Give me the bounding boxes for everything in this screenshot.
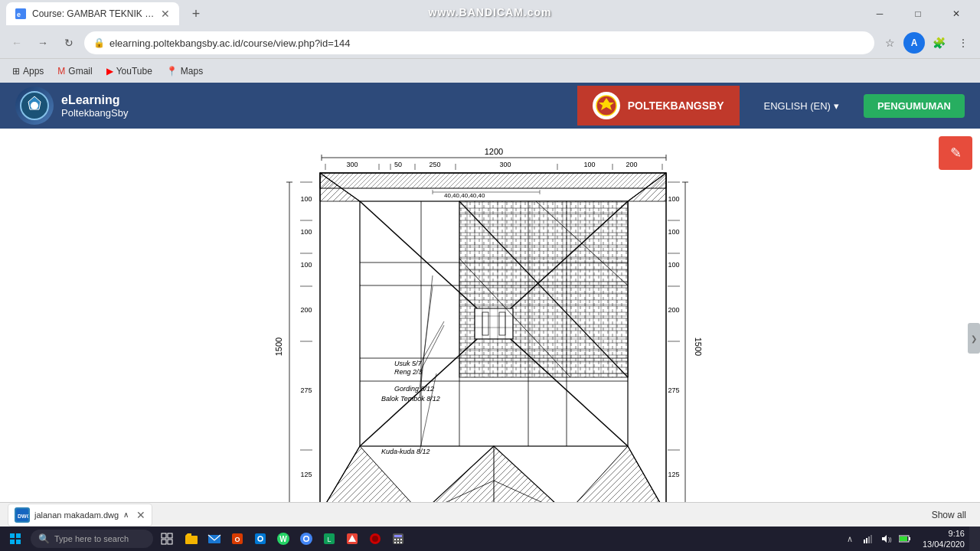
tab-close-button[interactable]: ✕ <box>161 8 170 20</box>
browser-tab[interactable]: e Course: GAMBAR TEKNIK COMP... ✕ <box>6 2 179 25</box>
svg-rect-200 <box>909 537 910 540</box>
battery-icon <box>899 534 911 543</box>
svg-text:Gording 8/12: Gording 8/12 <box>394 385 434 393</box>
svg-text:1500: 1500 <box>274 337 283 356</box>
edit-button[interactable]: ✎ <box>939 136 972 170</box>
extensions-button[interactable]: 🧩 <box>928 32 949 54</box>
svg-text:1200: 1200 <box>485 147 503 156</box>
window-controls: ─ □ ✕ <box>862 0 974 28</box>
app7-icon: L <box>322 532 336 546</box>
network-icon[interactable] <box>860 530 877 547</box>
language-label: ENGLISH (EN) <box>764 100 831 112</box>
download-close-button[interactable]: ✕ <box>136 509 145 521</box>
svg-text:100: 100 <box>300 261 312 269</box>
office-button[interactable]: O <box>227 528 248 549</box>
dimension-left: 1500 <box>274 182 292 502</box>
svg-text:100: 100 <box>668 195 679 203</box>
app9-button[interactable] <box>364 528 386 549</box>
svg-rect-159 <box>16 533 21 538</box>
dimension-left-sub: 100 100 100 200 275 125 <box>300 182 312 502</box>
poltekbadge-logo <box>593 92 620 119</box>
svg-text:L: L <box>327 536 331 543</box>
bookmarks-bar: ⊞ Apps M Gmail ▶ YouTube 📍 Maps <box>0 58 980 83</box>
bookmark-gmail[interactable]: M Gmail <box>51 63 98 80</box>
svg-text:40,40,40,40,40: 40,40,40,40,40 <box>444 192 485 199</box>
svg-text:300: 300 <box>346 161 358 168</box>
show-all-button[interactable]: Show all <box>926 507 972 523</box>
svg-rect-196 <box>871 535 872 543</box>
calculator-icon <box>391 532 405 546</box>
profile-button[interactable]: A <box>903 32 925 54</box>
svg-rect-194 <box>866 538 867 543</box>
svg-marker-168 <box>185 533 191 536</box>
bookmark-maps[interactable]: 📍 Maps <box>160 63 209 80</box>
app9-icon <box>368 532 382 546</box>
task-view-button[interactable] <box>156 528 178 549</box>
volume-icon[interactable]: )) <box>878 530 895 547</box>
svg-rect-186 <box>394 535 402 537</box>
svg-rect-188 <box>397 539 399 540</box>
minimize-button[interactable]: ─ <box>862 0 897 28</box>
clock-date: 13/04/2020 <box>923 539 965 549</box>
main-drawing-area: ✎ ▲ ❯ 1200 300 50 250 300 100 <box>0 129 980 502</box>
bookmark-star-button[interactable]: ☆ <box>879 32 900 54</box>
file-explorer-icon <box>185 532 198 546</box>
tray-arrow[interactable]: ∧ <box>841 530 858 547</box>
svg-rect-158 <box>10 533 15 538</box>
svg-text:1500: 1500 <box>694 337 703 356</box>
maps-icon: 📍 <box>166 66 178 77</box>
close-button[interactable]: ✕ <box>939 0 974 28</box>
logo-sub: PoltekbangSby <box>61 107 128 119</box>
bookmark-apps[interactable]: ⊞ Apps <box>6 63 50 80</box>
lock-icon: 🔒 <box>93 37 105 48</box>
right-edge-handle[interactable]: ❯ <box>968 323 980 354</box>
start-button[interactable] <box>0 527 31 551</box>
download-item[interactable]: DWG jalanan makadam.dwg ∧ ✕ <box>8 504 152 527</box>
svg-text:275: 275 <box>668 386 679 394</box>
svg-text:O: O <box>234 536 240 543</box>
address-input[interactable]: 🔒 elearning.poltekbangsby.ac.id/course/v… <box>84 31 874 54</box>
svg-text:100: 100 <box>300 228 312 236</box>
settings-button[interactable] <box>250 528 271 549</box>
maximize-button[interactable]: □ <box>900 0 936 28</box>
new-tab-button[interactable]: + <box>185 3 207 24</box>
svg-rect-160 <box>10 540 15 544</box>
language-selector[interactable]: ENGLISH (EN) ▾ <box>755 96 848 116</box>
back-button[interactable]: ← <box>6 32 28 54</box>
show-desktop-button[interactable] <box>969 527 980 551</box>
mail-icon <box>207 532 221 546</box>
pengumuman-button[interactable]: PENGUMUMAN <box>864 94 965 118</box>
taskbar-items: O W L <box>178 528 412 549</box>
svg-rect-165 <box>168 540 172 544</box>
app7-button[interactable]: L <box>318 528 340 549</box>
address-bar: ← → ↻ 🔒 elearning.poltekbangsby.ac.id/co… <box>0 28 980 58</box>
svg-rect-162 <box>162 533 166 538</box>
bookmark-apps-label: Apps <box>23 66 44 77</box>
forward-button[interactable]: → <box>32 32 54 54</box>
logo-main: eLearning <box>61 93 128 107</box>
battery-icon[interactable] <box>897 530 913 547</box>
svg-rect-189 <box>400 539 402 540</box>
file-explorer-button[interactable] <box>181 528 202 549</box>
svg-rect-193 <box>864 540 865 543</box>
bookmark-youtube[interactable]: ▶ YouTube <box>100 63 158 80</box>
svg-text:50: 50 <box>394 161 402 168</box>
chrome-button[interactable] <box>296 528 317 549</box>
mail-button[interactable] <box>204 528 225 549</box>
taskbar-clock[interactable]: 9:16 13/04/2020 <box>918 528 969 550</box>
calculator-button[interactable] <box>387 528 409 549</box>
search-icon: 🔍 <box>38 533 50 544</box>
page-content: eLearning PoltekbangSby POLTEKBANGSBY EN… <box>0 83 980 502</box>
whatsapp-button[interactable]: W <box>273 528 294 549</box>
svg-rect-94 <box>475 308 513 339</box>
tab-title: Course: GAMBAR TEKNIK COMP... <box>32 8 155 19</box>
reload-button[interactable]: ↻ <box>58 32 80 54</box>
edit-icon: ✎ <box>950 145 962 161</box>
dimension-right-sub: 100 100 100 200 275 125 <box>668 182 680 502</box>
taskbar-search[interactable]: 🔍 Type here to search <box>31 530 153 548</box>
site-header: eLearning PoltekbangSby POLTEKBANGSBY EN… <box>0 83 980 129</box>
svg-text:DWG: DWG <box>18 514 28 519</box>
more-button[interactable]: ⋮ <box>952 32 974 54</box>
svg-text:275: 275 <box>300 386 312 394</box>
app8-button[interactable] <box>341 528 363 549</box>
